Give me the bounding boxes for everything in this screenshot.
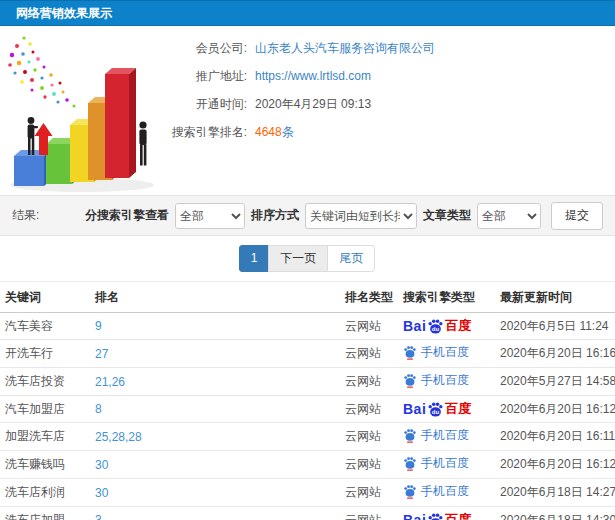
rank-cell: 30 [90,451,340,479]
header-engine-type: 搜索引擎类型 [398,282,495,313]
rank-cell: 30 [90,479,340,507]
engine-cell: 手机百度 [398,340,495,368]
businessman-left [28,117,38,155]
update-time-cell: 2020年6月5日 11:24 [495,313,615,340]
rank-cell: 27 [90,340,340,368]
engine-cell: 手机百度 [398,479,495,507]
filter-bar: 结果: 分搜索引擎查看 全部 排序方式 关键词由短到长排序 文章类型 全部 提交 [0,195,615,236]
header-update-time: 最新更新时间 [495,282,615,313]
update-time-cell: 2020年6月20日 16:11 [495,423,615,451]
table-header-row: 关键词 排名 排名类型 搜索引擎类型 最新更新时间 [0,282,615,313]
member-info-panel: 会员公司: 山东老人头汽车服务咨询有限公司 推广地址: https://www.… [127,26,615,146]
keyword-cell: 加盟洗车店 [0,423,90,451]
engine-cell: 手机百度 [398,451,495,479]
keyword-cell: 洗车店投资 [0,368,90,396]
rank-type-cell: 云网站 [340,451,398,479]
page-1-button[interactable]: 1 [239,245,270,272]
rank-link[interactable]: 8 [95,402,102,416]
article-type-select[interactable]: 全部 [477,203,541,229]
table-row: 洗车店投资 21,26 云网站 手机百度 2020年5月27日 14:58 [0,368,615,396]
rank-link[interactable]: 27 [95,347,108,361]
page-title: 网络营销效果展示 [16,6,112,20]
company-name-link[interactable]: 山东老人头汽车服务咨询有限公司 [255,40,435,57]
next-page-button[interactable]: 下一页 [268,245,328,272]
rank-link[interactable]: 9 [95,319,102,333]
bar-red [105,68,136,178]
rank-link[interactable]: 21,26 [95,375,125,389]
engine-cell: Bai du 百度 [398,507,495,520]
mobile-baidu-paw-icon [403,484,417,499]
article-type-label: 文章类型 [423,207,471,224]
baidu-paw-icon: du [427,401,444,418]
engine-rank-value: 4648条 [255,124,294,141]
sort-select[interactable]: 关键词由短到长排序 [305,203,417,229]
rank-cell: 3 [90,507,340,520]
keyword-cell: 洗车店利润 [0,479,90,507]
promo-url-link[interactable]: https://www.lrtlsd.com [255,69,371,83]
mobile-baidu-logo: 手机百度 [403,455,469,472]
rank-type-cell: 云网站 [340,396,398,423]
rank-type-cell: 云网站 [340,313,398,340]
rank-type-cell: 云网站 [340,368,398,396]
bar-blue [14,150,51,186]
update-time-cell: 2020年6月20日 16:16 [495,340,615,368]
confetti-dots [8,36,75,107]
update-time-cell: 2020年6月20日 16:12 [495,396,615,423]
table-row: 开洗车行 27 云网站 手机百度 2020年6月20日 16:16 [0,340,615,368]
engine-filter-select[interactable]: 全部 [175,203,245,229]
table-row: 洗车店利润 30 云网站 手机百度 2020年6月18日 14:27 [0,479,615,507]
result-label: 结果: [12,207,39,224]
mobile-baidu-logo: 手机百度 [403,372,469,389]
update-time-cell: 2020年5月27日 14:58 [495,368,615,396]
baidu-logo: Bai du 百度 [403,317,471,335]
rank-cell: 25,28,28 [90,423,340,451]
rank-type-cell: 云网站 [340,423,398,451]
rank-count: 4648 [255,125,282,139]
engine-cell: 手机百度 [398,368,495,396]
mobile-baidu-logo: 手机百度 [403,427,469,444]
rank-type-cell: 云网站 [340,479,398,507]
rank-link[interactable]: 25,28,28 [95,430,142,444]
keyword-cell: 洗车店加盟 [0,507,90,520]
rank-link[interactable]: 30 [95,458,108,472]
mobile-baidu-paw-icon [403,456,417,471]
info-row-rank-count: 搜索引擎排名: 4648条 [127,118,615,146]
table-row: 洗车赚钱吗 30 云网站 手机百度 2020年6月20日 16:12 [0,451,615,479]
open-time-value: 2020年4月29日 09:13 [255,96,371,113]
ranking-table: 关键词 排名 排名类型 搜索引擎类型 最新更新时间 汽车美容 9 云网站 Bai… [0,281,615,520]
summary-section: 会员公司: 山东老人头汽车服务咨询有限公司 推广地址: https://www.… [0,26,615,195]
keyword-cell: 汽车加盟店 [0,396,90,423]
submit-button[interactable]: 提交 [551,202,603,230]
rank-unit: 条 [282,125,294,139]
mobile-baidu-logo: 手机百度 [403,344,469,361]
svg-text:du: du [432,326,440,332]
engine-cell: Bai du 百度 [398,313,495,340]
info-row-open-time: 开通时间: 2020年4月29日 09:13 [127,90,615,118]
table-row: 加盟洗车店 25,28,28 云网站 手机百度 2020年6月20日 16:11 [0,423,615,451]
engine-cell: Bai du 百度 [398,396,495,423]
rank-cell: 21,26 [90,368,340,396]
rank-link[interactable]: 30 [95,486,108,500]
rank-cell: 8 [90,396,340,423]
last-page-button[interactable]: 尾页 [327,245,375,272]
engine-cell: 手机百度 [398,423,495,451]
keyword-cell: 汽车美容 [0,313,90,340]
info-row-url: 推广地址: https://www.lrtlsd.com [127,62,615,90]
header-keyword: 关键词 [0,282,90,313]
pagination: 1 下一页 尾页 [0,236,615,281]
table-row: 汽车美容 9 云网站 Bai du 百度 2020年6月5日 11:24 [0,313,615,340]
page-header-bar: 网络营销效果展示 [0,0,615,26]
baidu-logo: Bai du 百度 [403,511,471,520]
update-time-cell: 2020年6月20日 16:12 [495,451,615,479]
keyword-cell: 洗车赚钱吗 [0,451,90,479]
table-row: 洗车店加盟 3 云网站 Bai du 百度 2020年6月18日 14:30 [0,507,615,520]
rank-type-cell: 云网站 [340,507,398,520]
sort-label: 排序方式 [251,207,299,224]
businessman-right [139,121,146,165]
rank-link[interactable]: 3 [95,513,102,520]
mobile-baidu-paw-icon [403,428,417,443]
keyword-cell: 开洗车行 [0,340,90,368]
info-row-company: 会员公司: 山东老人头汽车服务咨询有限公司 [127,34,615,62]
table-row: 汽车加盟店 8 云网站 Bai du 百度 2020年6月20日 16:12 [0,396,615,423]
rank-cell: 9 [90,313,340,340]
